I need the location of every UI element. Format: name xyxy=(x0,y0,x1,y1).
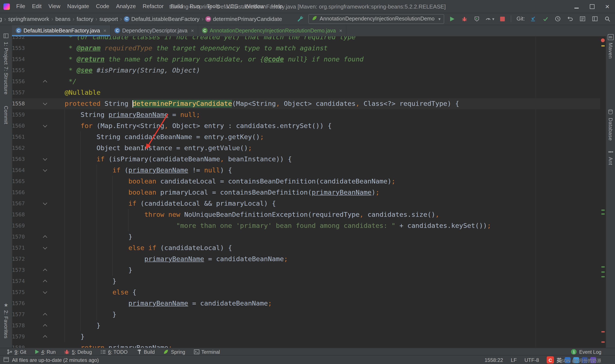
line-number[interactable]: 1563 xyxy=(12,154,25,165)
code-line[interactable]: 1563 if (isPrimary(candidateBeanName, be… xyxy=(12,154,600,165)
code-line[interactable]: 1571 else if (candidateLocal) { xyxy=(12,242,600,253)
fold-down-icon[interactable] xyxy=(42,154,48,165)
code-line[interactable]: 1564 if (primaryBeanName != null) { xyxy=(12,165,600,176)
fold-down-icon[interactable] xyxy=(42,120,48,131)
close-icon[interactable]: × xyxy=(103,27,106,34)
line-number[interactable]: 1569 xyxy=(12,220,25,231)
history-button[interactable] xyxy=(553,14,562,24)
breadcrumb-item[interactable]: beans xyxy=(55,16,71,22)
layout-button[interactable] xyxy=(591,14,599,24)
code-line[interactable]: 1561 String candidateBeanName = entry.ge… xyxy=(12,131,600,143)
line-number[interactable]: 1570 xyxy=(12,231,25,242)
code-line[interactable]: 1553 * @param requiredType the target de… xyxy=(12,43,600,54)
toolwindow-button-9-git[interactable]: 9: Git xyxy=(2,348,30,355)
line-number[interactable]: 1575 xyxy=(12,287,25,298)
menu-analyze[interactable]: Analyze xyxy=(113,0,139,13)
line-number[interactable]: 1564 xyxy=(12,165,25,176)
inspection-error-indicator[interactable] xyxy=(601,39,605,42)
line-number[interactable]: 1560 xyxy=(12,120,25,131)
line-number[interactable]: 1558 xyxy=(12,98,25,109)
line-number[interactable]: 1559 xyxy=(12,109,25,120)
toolwindow-button-6-todo[interactable]: 6: TODO xyxy=(96,348,132,355)
line-separator-widget[interactable]: LF xyxy=(511,357,517,363)
line-number[interactable]: 1568 xyxy=(12,209,25,220)
breadcrumb-item[interactable]: springframework xyxy=(8,16,50,22)
line-number[interactable]: 1566 xyxy=(12,187,25,198)
code-line[interactable]: 1576 primaryBeanName = candidateBeanName… xyxy=(12,298,600,309)
menu-code[interactable]: Code xyxy=(93,0,113,13)
breadcrumb-item[interactable]: mdeterminePrimaryCandidate xyxy=(205,16,282,22)
search-everywhere-button[interactable] xyxy=(603,14,612,24)
line-number[interactable]: 1561 xyxy=(12,131,25,143)
rollback-button[interactable] xyxy=(566,14,575,24)
event-log-button[interactable]: 1 Event Log xyxy=(571,349,613,355)
code-line[interactable]: 1575 else { xyxy=(12,287,600,298)
code-line[interactable]: 1552 * (or candidate classes if not crea… xyxy=(12,36,600,43)
toolwindow-button-terminal[interactable]: Terminal xyxy=(189,348,224,355)
sidebar-item-project[interactable]: 1: Project xyxy=(0,33,12,65)
menu-navigate[interactable]: Navigate xyxy=(64,0,93,13)
line-number[interactable]: 1574 xyxy=(12,276,25,287)
status-widget-icon[interactable] xyxy=(3,357,9,363)
toolwindow-button-5-debug[interactable]: 5: Debug xyxy=(60,348,96,355)
fold-down-icon[interactable] xyxy=(42,242,48,253)
sidebar-item-database[interactable]: Database xyxy=(606,109,615,141)
sidebar-item-favorites[interactable]: ★ 2: Favorites xyxy=(0,302,12,338)
setup-wrench-icon[interactable] xyxy=(296,14,304,24)
fold-up-icon[interactable] xyxy=(42,331,48,342)
line-number[interactable]: 1552 xyxy=(12,36,25,43)
menu-file[interactable]: File xyxy=(13,0,29,13)
code-line[interactable]: 1572 primaryBeanName = candidateBeanName… xyxy=(12,253,600,265)
line-number[interactable]: 1572 xyxy=(12,253,25,265)
code-line[interactable]: 1555 * @see #isPrimary(String, Object) xyxy=(12,65,600,76)
sidebar-item-ant[interactable]: Ant xyxy=(606,149,615,165)
vcs-log-button[interactable] xyxy=(578,14,587,24)
breadcrumb-item[interactable]: support xyxy=(99,16,118,22)
code-line[interactable]: 1567 if (candidateLocal && primaryLocal)… xyxy=(12,198,600,209)
code-line[interactable]: 1580 return primaryBeanName; xyxy=(12,342,600,348)
line-number[interactable]: 1573 xyxy=(12,265,25,276)
fold-up-icon[interactable] xyxy=(42,320,48,331)
profiler-button[interactable]: ▾ xyxy=(485,14,494,24)
encoding-widget[interactable]: UTF-8 xyxy=(524,357,539,363)
close-icon[interactable]: × xyxy=(339,27,342,34)
run-button[interactable] xyxy=(448,14,456,24)
fold-up-icon[interactable] xyxy=(42,265,48,276)
toolwindow-button-build[interactable]: Build xyxy=(132,348,159,355)
line-number[interactable]: 1555 xyxy=(12,65,25,76)
fold-down-icon[interactable] xyxy=(42,287,48,298)
line-number[interactable]: 1562 xyxy=(12,143,25,154)
line-number[interactable]: 1576 xyxy=(12,298,25,309)
run-with-coverage-button[interactable] xyxy=(473,14,481,24)
fold-up-icon[interactable] xyxy=(42,76,48,87)
run-configuration-selector[interactable]: AnnotationDependencyInjectionResolutionD… xyxy=(308,14,444,24)
line-number[interactable]: 1579 xyxy=(12,331,25,342)
line-number[interactable]: 1580 xyxy=(12,342,25,348)
line-number[interactable]: 1557 xyxy=(12,87,25,98)
line-number[interactable]: 1554 xyxy=(12,54,25,65)
code-line[interactable]: 1560 for (Map.Entry<String, Object> entr… xyxy=(12,120,600,131)
editor-tab[interactable]: CDefaultListableBeanFactory.java× xyxy=(12,25,111,36)
line-number[interactable]: 1556 xyxy=(12,76,25,87)
code-line[interactable]: 1558 protected String determinePrimaryCa… xyxy=(12,98,600,109)
menu-edit[interactable]: Edit xyxy=(29,0,45,13)
editor-scrollbar[interactable] xyxy=(600,36,606,348)
breadcrumb-item[interactable]: factory xyxy=(76,16,94,22)
menu-view[interactable]: View xyxy=(45,0,64,13)
sidebar-item-structure[interactable]: 7: Structure xyxy=(0,66,12,94)
line-number[interactable]: 1571 xyxy=(12,242,25,253)
code-line[interactable]: 1570 } xyxy=(12,231,600,242)
fold-down-icon[interactable] xyxy=(42,198,48,209)
code-line[interactable]: 1562 Object beanInstance = entry.getValu… xyxy=(12,143,600,154)
breadcrumb-item[interactable]: org xyxy=(0,16,2,22)
code-line[interactable]: 1556 */ xyxy=(12,76,600,87)
commit-button[interactable] xyxy=(541,14,550,24)
fold-up-icon[interactable] xyxy=(42,231,48,242)
code-line[interactable]: 1565 boolean candidateLocal = containsBe… xyxy=(12,176,600,187)
editor-tab[interactable]: CAnnotationDependencyInjectionResolution… xyxy=(198,25,347,36)
toolwindow-button-4-run[interactable]: 4: Run xyxy=(30,348,60,355)
code-line[interactable]: 1569 "more than one 'primary' bean found… xyxy=(12,220,600,231)
close-icon[interactable]: × xyxy=(191,27,194,34)
fold-down-icon[interactable] xyxy=(42,98,48,109)
code-line[interactable]: 1559 String primaryBeanName = null; xyxy=(12,109,600,120)
